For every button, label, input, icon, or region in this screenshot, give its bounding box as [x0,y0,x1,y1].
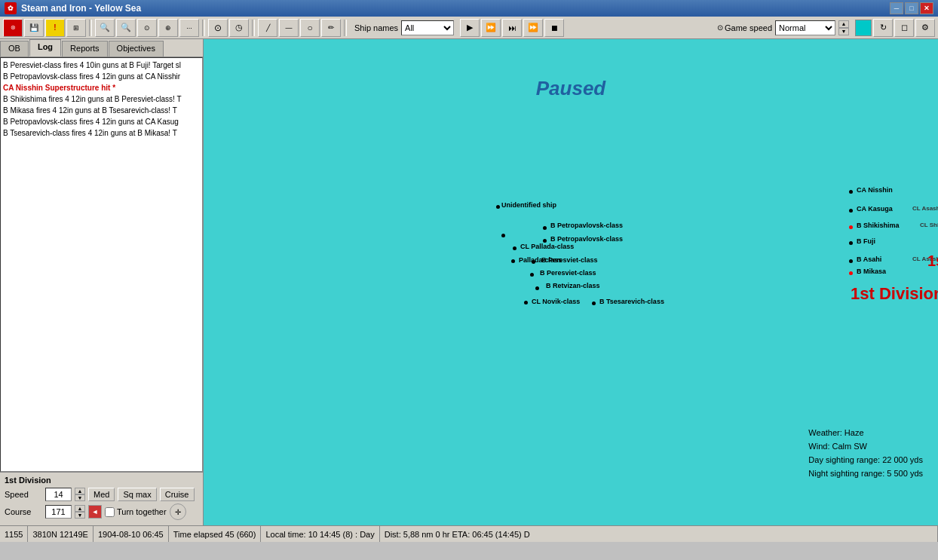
ship-dot [849,190,853,194]
course-input[interactable] [45,505,72,519]
game-speed-select[interactable]: SlowNormalFastVery Fast [775,20,835,35]
minimize-button[interactable]: ─ [890,2,903,14]
first-destroyer-division-label: 1st Destroyer Division [927,252,938,270]
toolbar-separator-2 [202,20,205,36]
sq-max-button[interactable]: Sq max [118,488,156,501]
speed-spinner[interactable]: ▲ ▼ [75,488,85,501]
paused-text: Paused [536,77,606,100]
toolbar-separator-3 [252,20,255,36]
day-sight-label: Day sighting range: [808,455,880,464]
play-forward-button[interactable]: ⏩ [481,19,501,37]
list-item: B Mikasa fires 4 12in guns at B Tsesarev… [3,106,200,116]
close-button[interactable]: ✕ [920,2,933,14]
line-button[interactable]: ╱ [258,19,277,37]
settings-button[interactable]: ⚙ [915,19,935,37]
flag-icon[interactable]: ⊛ [3,19,23,37]
rotate-button[interactable]: ↻ [873,19,893,37]
bottom-controls: 1st Division Speed ▲ ▼ Med Sq max Cruise… [0,472,203,525]
map-area[interactable]: Paused ↗ Unidentified ship B Petropavlov… [204,39,938,525]
wind-row: Wind: Calm SW [808,439,923,453]
save-button[interactable]: 💾 [24,19,44,37]
maximize-button[interactable]: □ [905,2,918,14]
speed-up-btn[interactable]: ▲ [75,488,85,494]
log-area[interactable]: B Peresviet-class fires 4 10in guns at B… [0,57,203,472]
course-row: Course ▲ ▼ ◄ Turn together ✛ [5,503,198,520]
tab-objectives[interactable]: Objectives [109,41,164,57]
speed-up-button[interactable]: ▲ [838,20,849,28]
list-item: B Petropavlovsk-class fires 4 12in guns … [3,117,200,127]
tab-log[interactable]: Log [29,39,61,57]
toolbar-separator-1 [89,20,92,36]
toolbar-separator-4 [344,20,347,36]
list-item: B Shikishima fires 4 12in guns at B Pere… [3,94,200,105]
zoom-in-button[interactable]: 🔍 [95,19,115,37]
timer-button[interactable]: ◷ [229,19,249,37]
color-indicator [855,20,872,36]
med-button[interactable]: Med [88,488,115,501]
ship-dot [592,301,596,305]
ship-dot [496,205,500,209]
ship-dot [524,301,528,304]
ship-label: B Petropavlovsk-class [550,235,623,243]
game-speed-spinner[interactable]: ▲ ▼ [838,20,849,35]
status-cell-5: Local time: 10 14:45 (8) : Day [261,526,379,542]
cruise-button[interactable]: Cruise [160,488,195,501]
straight-button[interactable]: — [279,19,299,37]
ship-label: B Petropavlovsk-class [550,222,623,229]
ship-dot [543,226,547,230]
ship-label: B Shikishima [857,222,900,229]
ship-dot [530,273,534,277]
pencil-button[interactable]: ✏ [321,19,341,37]
weather-info: Weather: Haze Wind: Calm SW Day sighting… [808,426,923,480]
ship-label: B Asahi [857,256,881,263]
ship-label: B Fuji [857,237,875,245]
course-spinner[interactable]: ▲ ▼ [75,505,85,519]
speed-input[interactable] [45,488,72,501]
pause-button[interactable]: ⏹ [544,19,564,37]
ship-names-select[interactable]: AllNoneSelected [401,20,454,35]
game-speed-area: ⊙ Game speed SlowNormalFastVery Fast ▲ ▼ [717,20,849,35]
ship-dot [543,239,547,243]
tab-ob[interactable]: OB [0,41,29,57]
turn-together-checkbox[interactable] [105,507,115,517]
zoom-fit-button[interactable]: ⊕ [158,19,178,37]
ship-label-extra: CL Asashimo [912,256,938,262]
toolbar: ⊛ 💾 ! ⊞ 🔍 🔍 ⊙ ⊕ ··· ⊙ ◷ ╱ — ○ ✏ Ship nam… [0,17,938,39]
ship-label: Pallada-class [519,256,562,264]
ship-label: CA Nisshin [857,186,893,194]
play-forward2-button[interactable]: ⏭ [502,19,522,37]
info-button[interactable]: ! [45,19,65,37]
list-item: B Tsesarevich-class fires 4 12in guns at… [3,128,200,139]
content-area: OB Log Reports Objectives B Peresviet-cl… [0,39,938,525]
status-cell-1: 1155 [0,526,28,542]
ship-dot-red [849,271,853,275]
play-forward3-button[interactable]: ⏩ [523,19,543,37]
ship-label: CA Kasuga [857,205,893,213]
eraser-button[interactable]: ◻ [894,19,914,37]
course-up-btn[interactable]: ▲ [75,505,85,512]
play-button[interactable]: ▶ [460,19,480,37]
window-title: Steam and Iron - Yellow Sea [21,3,890,14]
ellipsis-button[interactable]: ··· [179,19,199,37]
status-cell-4: Time elapsed 45 (660) [169,526,262,542]
zoom-out-button[interactable]: 🔍 [116,19,136,37]
clock-button[interactable]: ⊙ [208,19,228,37]
ship-label: B Tsesarevich-class [599,298,664,305]
window-controls: ─ □ ✕ [890,2,933,14]
compass-button[interactable]: ✛ [170,503,186,520]
game-speed-label: Game speed [725,23,772,32]
speed-down-button[interactable]: ▼ [838,28,849,35]
course-down-btn[interactable]: ▼ [75,512,85,519]
weather-value: Haze [845,428,864,437]
turn-direction-button[interactable]: ◄ [88,505,102,519]
speed-down-btn[interactable]: ▼ [75,494,85,501]
ship-dot [501,234,505,237]
circle-button[interactable]: ○ [300,19,320,37]
grid-button[interactable]: ⊞ [66,19,86,37]
ship-label: B Peresviet-class [540,269,596,277]
tab-bar: OB Log Reports Objectives [0,39,203,57]
ship-label: CL Novik-class [532,298,580,305]
wind-label: Wind: [808,442,829,451]
tab-reports[interactable]: Reports [62,41,108,57]
zoom-reset-button[interactable]: ⊙ [137,19,157,37]
